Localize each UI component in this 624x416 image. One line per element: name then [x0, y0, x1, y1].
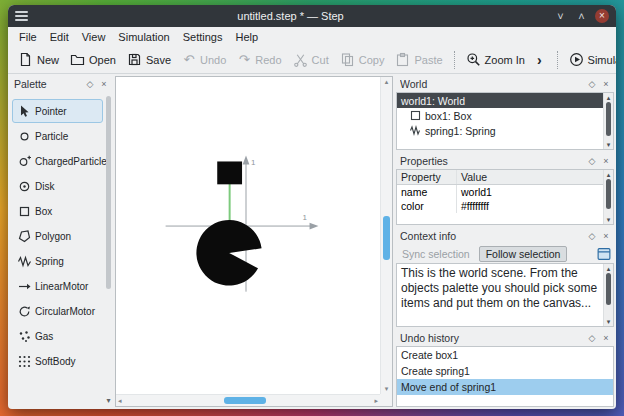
follow-selection-button[interactable]: Follow selection [479, 246, 568, 262]
canvas-vertical-scrollbar[interactable]: ▴ ▾ [380, 77, 392, 394]
open-button[interactable]: Open [66, 49, 120, 70]
scroll-down-icon[interactable]: ▾ [105, 396, 112, 405]
palette-item-box[interactable]: Box [12, 199, 103, 223]
undo-item-create-box1[interactable]: Create box1 [397, 347, 613, 363]
menu-simulation[interactable]: Simulation [112, 29, 175, 45]
column-header-property[interactable]: Property [397, 170, 457, 184]
paste-button[interactable]: Paste [391, 49, 446, 70]
property-value-cell[interactable]: world1 [457, 185, 603, 199]
world-scrollbar[interactable]: ▴ ▾ [603, 93, 613, 149]
particle-icon [15, 129, 33, 144]
palette-scrollbar[interactable]: ▾ [105, 94, 112, 405]
scroll-right-icon[interactable]: ▸ [374, 397, 378, 405]
properties-scrollbar-thumb[interactable] [606, 179, 611, 209]
palette-item-softbody[interactable]: SoftBody [12, 349, 103, 373]
scroll-down-icon[interactable]: ▾ [604, 215, 613, 224]
property-row-color[interactable]: color #ffffffff [397, 199, 603, 213]
scroll-left-icon[interactable]: ◂ [118, 397, 122, 405]
canvas-hscroll-thumb[interactable] [224, 397, 266, 404]
copy-icon [340, 52, 355, 67]
save-button[interactable]: Save [123, 49, 175, 70]
undo-button[interactable]: ↶ Undo [178, 49, 230, 70]
tree-item-spring1[interactable]: spring1: Spring [397, 123, 603, 138]
menu-settings[interactable]: Settings [177, 29, 229, 45]
context-panel-close-button[interactable]: × [601, 231, 611, 241]
palette-item-gas[interactable]: Gas [12, 324, 103, 348]
open-browser-button[interactable] [596, 246, 612, 261]
minimize-button[interactable]: ˅ [553, 5, 568, 27]
scroll-down-icon[interactable]: ▾ [604, 317, 613, 326]
box1-shape[interactable] [217, 161, 242, 184]
undo-item-create-spring1[interactable]: Create spring1 [397, 363, 613, 379]
new-button[interactable]: New [14, 49, 63, 70]
palette-item-circularmotor[interactable]: CircularMotor [12, 299, 103, 323]
toolbar-button-label: Save [146, 54, 171, 66]
palette-item-chargedparticle[interactable]: ChargedParticle [12, 149, 103, 173]
disk-shape[interactable] [196, 220, 261, 286]
properties-panel-close-button[interactable]: × [601, 156, 611, 166]
context-scrollbar[interactable]: ▴ ▾ [603, 264, 613, 326]
context-info-view[interactable]: This is the world scene. From the object… [396, 263, 614, 327]
world-panel-close-button[interactable]: × [601, 79, 611, 89]
close-button[interactable]: × [595, 9, 609, 23]
tree-item-box1[interactable]: box1: Box [397, 108, 603, 123]
palette-float-button[interactable]: ◇ [85, 79, 95, 89]
property-value-cell[interactable]: #ffffffff [457, 199, 603, 213]
cut-button[interactable]: Cut [289, 49, 333, 70]
sync-selection-button[interactable]: Sync selection [398, 247, 474, 261]
tree-item-label: box1: Box [425, 110, 472, 122]
context-panel-float-button[interactable]: ◇ [587, 231, 597, 241]
simulate-button[interactable]: Simulate ˅ [565, 49, 616, 70]
menu-view[interactable]: View [76, 29, 112, 45]
palette-item-pointer[interactable]: Pointer [12, 99, 103, 123]
world-canvas[interactable]: 1 1 ▴ ▾ ◂ ▸ [115, 76, 393, 407]
context-scrollbar-thumb[interactable] [606, 273, 611, 305]
column-header-value[interactable]: Value [457, 170, 603, 184]
palette-item-polygon[interactable]: Polygon [12, 224, 103, 248]
toolbar-overflow-icon[interactable]: › [532, 52, 547, 68]
canvas-horizontal-scrollbar[interactable]: ◂ ▸ [116, 394, 380, 406]
scroll-down-icon[interactable]: ▾ [604, 140, 613, 149]
context-toolbar: Sync selection Follow selection [396, 244, 614, 263]
scroll-up-icon[interactable]: ▴ [604, 170, 613, 179]
copy-button[interactable]: Copy [336, 49, 389, 70]
scroll-down-icon[interactable]: ▾ [381, 385, 392, 393]
physics-scene[interactable]: 1 1 [116, 77, 380, 394]
scroll-up-icon[interactable]: ▴ [604, 93, 613, 102]
property-name-cell: color [397, 199, 457, 213]
tree-item-world1[interactable]: world1: World [397, 93, 603, 108]
undo-panel-float-button[interactable]: ◇ [587, 333, 597, 343]
palette-item-label: Spring [35, 256, 64, 267]
canvas-vscroll-thumb[interactable] [383, 216, 390, 260]
undo-item-move-end-of-spring1[interactable]: Move end of spring1 [397, 379, 613, 395]
menu-edit[interactable]: Edit [44, 29, 75, 45]
redo-button[interactable]: ↷ Redo [233, 49, 285, 70]
scroll-up-icon[interactable]: ▴ [381, 78, 392, 86]
properties-panel-header: Properties ◇ × [396, 153, 614, 169]
palette-item-disk[interactable]: Disk [12, 174, 103, 198]
palette-scrollbar-thumb[interactable] [106, 96, 111, 289]
palette-item-label: Pointer [35, 106, 67, 117]
palette-close-button[interactable]: × [99, 79, 109, 89]
world-scrollbar-thumb[interactable] [606, 102, 611, 136]
toolbar-button-label: Copy [359, 54, 385, 66]
properties-header-row: Property Value [397, 170, 603, 185]
menu-file[interactable]: File [13, 29, 43, 45]
titlebar[interactable]: untitled.step * — Step ˅ ˄ × [8, 5, 616, 27]
undo-panel-close-button[interactable]: × [601, 333, 611, 343]
palette-item-linearmotor[interactable]: LinearMotor [12, 274, 103, 298]
maximize-button[interactable]: ˄ [574, 5, 589, 27]
charged-particle-icon [15, 154, 33, 169]
scroll-up-icon[interactable]: ▴ [604, 264, 613, 273]
undo-item-label: Create spring1 [401, 365, 470, 377]
toolbar-button-label: Cut [312, 54, 329, 66]
palette-item-particle[interactable]: Particle [12, 124, 103, 148]
properties-panel-float-button[interactable]: ◇ [587, 156, 597, 166]
linear-motor-icon [15, 279, 33, 294]
menu-help[interactable]: Help [229, 29, 264, 45]
zoom-in-button[interactable]: Zoom In [462, 49, 529, 70]
palette-item-spring[interactable]: Spring [12, 249, 103, 273]
properties-scrollbar[interactable]: ▴ ▾ [603, 170, 613, 224]
property-row-name[interactable]: name world1 [397, 185, 603, 199]
world-panel-float-button[interactable]: ◇ [587, 79, 597, 89]
